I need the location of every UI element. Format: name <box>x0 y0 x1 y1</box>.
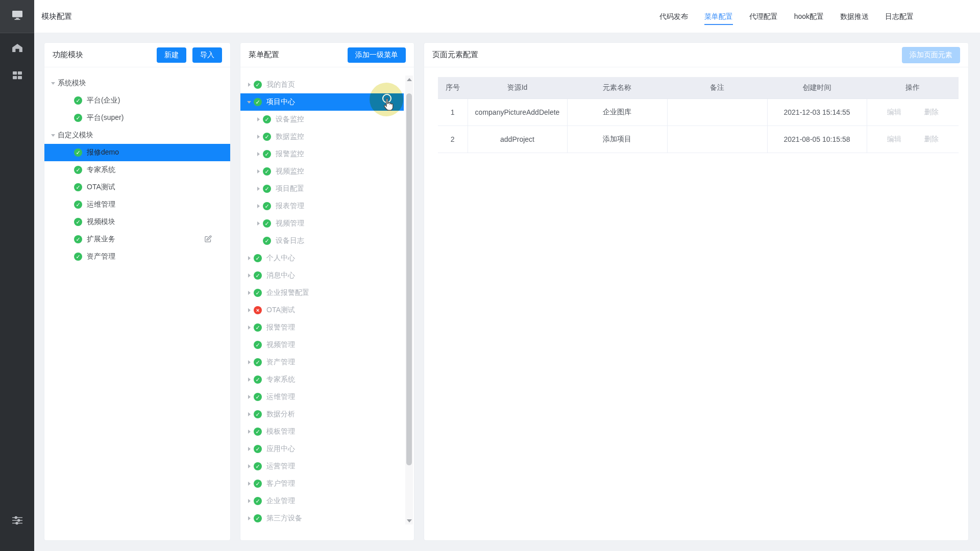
tree-item[interactable]: ✓视频模块 <box>44 213 230 231</box>
add-top-menu-button[interactable]: 添加一级菜单 <box>348 47 406 63</box>
tree-item[interactable]: ✓报表管理 <box>240 197 404 215</box>
caret-right-icon[interactable] <box>244 462 254 471</box>
tree-item[interactable]: ✓OTA测试 <box>44 179 230 196</box>
tree-item-label: 第三方设备 <box>266 514 302 523</box>
tree-item[interactable]: ✓应用中心 <box>240 440 404 458</box>
add-page-element-button[interactable]: 添加页面元素 <box>902 47 960 63</box>
caret-right-icon[interactable] <box>244 288 254 297</box>
tree-item[interactable]: 系统模块 <box>44 74 230 92</box>
tree-item[interactable]: ✓平台(企业) <box>44 92 230 109</box>
table-cell-actions: 编辑删除 <box>867 99 959 126</box>
tree-item[interactable]: ✓企业管理 <box>240 492 404 510</box>
caret-right-icon[interactable] <box>244 271 254 280</box>
tree-item[interactable]: ✓平台(super) <box>44 109 230 127</box>
status-error-icon: × <box>254 306 262 314</box>
edit-icon[interactable] <box>204 235 212 244</box>
tree-item[interactable]: ✓数据分析 <box>240 406 404 423</box>
caret-right-icon[interactable] <box>244 427 254 436</box>
import-button[interactable]: 导入 <box>192 47 222 63</box>
sidebar-item-settings[interactable] <box>0 510 34 531</box>
caret-right-icon[interactable] <box>244 323 254 332</box>
tree-item-label: 资产管理 <box>87 252 115 261</box>
edit-link[interactable]: 编辑 <box>887 108 901 116</box>
delete-link[interactable]: 删除 <box>924 135 939 143</box>
scroll-up-arrow-icon[interactable] <box>405 76 413 83</box>
tab-代理配置[interactable]: 代理配置 <box>749 0 778 33</box>
caret-right-icon[interactable] <box>254 149 263 159</box>
caret-right-icon[interactable] <box>254 167 263 176</box>
caret-right-icon[interactable] <box>244 479 254 488</box>
tree-item[interactable]: ✓模板管理 <box>240 423 404 440</box>
edit-link[interactable]: 编辑 <box>887 135 901 143</box>
caret-right-icon[interactable] <box>254 219 263 228</box>
scrollbar-thumb[interactable] <box>406 93 412 465</box>
tree-item[interactable]: ✓视频监控 <box>240 163 404 180</box>
column-header: 序号 <box>438 77 468 99</box>
tree-item[interactable]: ✓设备监控 <box>240 111 404 128</box>
tree-item[interactable]: ✓专家系统 <box>240 371 404 388</box>
caret-right-icon[interactable] <box>244 392 254 402</box>
caret-right-icon[interactable] <box>244 80 254 89</box>
tab-数据推送[interactable]: 数据推送 <box>840 0 869 33</box>
tree-item[interactable]: ✓报修demo <box>44 144 230 161</box>
page-elements-table: 序号资源Id元素名称备注创建时间操作 1companyPictureAddDel… <box>438 77 959 153</box>
tree-item[interactable]: ✓资产管理 <box>44 248 230 265</box>
tab-hook配置[interactable]: hook配置 <box>794 0 824 33</box>
scroll-down-arrow-icon[interactable] <box>405 517 413 524</box>
tree-item-label: 视频模块 <box>87 217 115 227</box>
tree-item[interactable]: ✓运维管理 <box>240 388 404 406</box>
tree-item[interactable]: ✓报警管理 <box>240 319 404 336</box>
caret-right-icon[interactable] <box>254 184 263 193</box>
caret-right-icon[interactable] <box>244 254 254 263</box>
caret-down-icon[interactable] <box>244 97 254 107</box>
tree-item[interactable]: ✓项目配置 <box>240 180 404 197</box>
tree-item[interactable]: ✓数据监控 <box>240 128 404 145</box>
tree-item[interactable]: ✓第三方设备 <box>240 510 404 527</box>
tree-item[interactable]: 自定义模块 <box>44 127 230 144</box>
caret-right-icon[interactable] <box>254 115 263 124</box>
sidebar-item-home[interactable] <box>0 38 34 58</box>
tree-item[interactable]: ✓我的首页 <box>240 76 404 93</box>
tree-item[interactable]: ✓个人中心 <box>240 249 404 267</box>
new-button[interactable]: 新建 <box>157 47 186 63</box>
caret-right-icon[interactable] <box>244 410 254 419</box>
tree-item[interactable]: ✓视频管理 <box>240 215 404 232</box>
caret-right-icon[interactable] <box>244 375 254 384</box>
caret-right-icon[interactable] <box>244 306 254 315</box>
tree-item[interactable]: ×OTA测试 <box>240 302 404 319</box>
delete-link[interactable]: 删除 <box>924 108 939 116</box>
tree-item-label: 报表管理 <box>276 202 304 211</box>
caret-right-icon[interactable] <box>244 514 254 523</box>
sidebar-item-apps[interactable] <box>0 65 34 86</box>
tree-item[interactable]: ✓运维管理 <box>44 196 230 213</box>
tree-item-label: 视频监控 <box>276 167 304 176</box>
caret-right-icon[interactable] <box>244 358 254 367</box>
tree-item[interactable]: ✓视频管理 <box>240 336 404 354</box>
tree-item[interactable]: ✓专家系统 <box>44 161 230 179</box>
caret-right-icon[interactable] <box>244 444 254 454</box>
caret-down-icon[interactable] <box>48 131 58 140</box>
tree-item[interactable]: ✓报警监控 <box>240 145 404 163</box>
status-ok-icon: ✓ <box>254 271 262 280</box>
tab-代码发布[interactable]: 代码发布 <box>659 0 688 33</box>
tree-item[interactable]: ✓项目中心 <box>240 93 404 111</box>
tree-item[interactable]: ✓消息中心 <box>240 267 404 284</box>
tab-日志配置[interactable]: 日志配置 <box>885 0 914 33</box>
status-ok-icon: ✓ <box>254 497 262 505</box>
tree-item-label: OTA测试 <box>87 183 115 192</box>
tree-item[interactable]: ✓客户管理 <box>240 475 404 492</box>
caret-right-icon[interactable] <box>254 202 263 211</box>
status-ok-icon: ✓ <box>254 341 262 349</box>
sidebar-item-modules-active[interactable] <box>0 0 34 33</box>
caret-down-icon[interactable] <box>48 79 58 88</box>
caret-right-icon[interactable] <box>244 496 254 506</box>
home-icon <box>12 43 23 53</box>
tree-item[interactable]: ✓运营管理 <box>240 458 404 475</box>
tree-item[interactable]: ✓企业报警配置 <box>240 284 404 302</box>
tree-item[interactable]: ✓设备日志 <box>240 232 404 249</box>
tree-item-label: 运维管理 <box>266 392 295 402</box>
tree-item[interactable]: ✓资产管理 <box>240 354 404 371</box>
tab-菜单配置[interactable]: 菜单配置 <box>704 0 733 33</box>
caret-right-icon[interactable] <box>254 132 263 141</box>
tree-item[interactable]: ✓扩展业务 <box>44 231 230 248</box>
